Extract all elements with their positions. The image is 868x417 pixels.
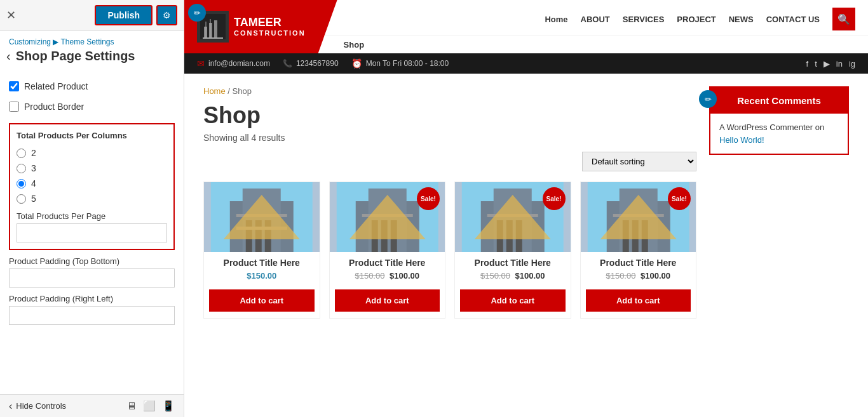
breadcrumb-customizing[interactable]: Customizing xyxy=(9,37,51,46)
padding-right-left-label: Product Padding (Right Left) xyxy=(9,294,175,303)
desktop-icon-button[interactable]: 🖥 xyxy=(126,400,137,412)
product-info: Product Title Here $150.00 $100.00 xyxy=(455,252,571,289)
column-2-radio[interactable] xyxy=(17,149,26,158)
facebook-icon[interactable]: f xyxy=(806,59,809,69)
add-to-cart-button[interactable]: Add to cart xyxy=(209,289,315,312)
email-text: info@domian.com xyxy=(208,59,270,68)
logo-text-block: TAMEER CONSTRUCTION xyxy=(234,17,306,37)
price-row: $150.00 $100.00 xyxy=(335,271,440,281)
close-button[interactable]: ✕ xyxy=(6,8,16,22)
twitter-icon[interactable]: t xyxy=(815,59,817,69)
related-product-label: Related Product xyxy=(24,81,88,91)
columns-section: Total Products Per Columns 2 3 4 5 Total… xyxy=(9,123,175,250)
padding-top-bottom-input[interactable]: 10 xyxy=(9,268,175,288)
price-original: $150.00 xyxy=(355,271,384,281)
nav-contact[interactable]: CONTACT US xyxy=(766,15,820,24)
product-card: Sale! Product Title Here $150.00 $100.00… xyxy=(329,182,446,319)
price-row: $150.00 $100.00 xyxy=(460,271,566,281)
bottom-bar: ‹ Hide Controls 🖥 ⬜ 📱 xyxy=(0,394,184,417)
mobile-icon-button[interactable]: 📱 xyxy=(162,400,175,412)
column-2-row: 2 xyxy=(17,145,167,161)
nav-news[interactable]: NEWS xyxy=(729,15,754,24)
product-card: Sale! Product Title Here $150.00 $100.00… xyxy=(580,182,697,319)
product-image: Sale! xyxy=(330,182,445,252)
shop-title: Shop xyxy=(203,102,696,129)
hide-controls[interactable]: ‹ Hide Controls xyxy=(9,400,66,412)
product-name: Product Title Here xyxy=(335,257,440,268)
edit-logo-icon[interactable]: ✏ xyxy=(188,4,206,22)
back-button[interactable]: ‹ xyxy=(6,49,11,63)
edit-sidebar-icon[interactable]: ✏ xyxy=(699,90,717,108)
breadcrumb-home-link[interactable]: Home xyxy=(203,86,226,96)
sort-select[interactable]: Default sorting Sort by popularity Sort … xyxy=(582,152,696,171)
right-panel: ✏ TAMEER CONSTRUCTION Home xyxy=(184,0,868,417)
column-3-label: 3 xyxy=(31,163,36,173)
product-card: Sale! Product Title Here $150.00 $100.00… xyxy=(454,182,571,319)
recent-comments-box: Recent Comments A WordPress Commenter on… xyxy=(709,86,849,155)
product-image: Sale! xyxy=(455,182,571,252)
add-to-cart-button[interactable]: Add to cart xyxy=(335,289,440,312)
price-sale: $100.00 xyxy=(641,271,670,281)
social-icons: f t ▶ in ig xyxy=(806,59,856,69)
product-border-row: Product Border xyxy=(9,96,175,117)
per-page-input[interactable]: 12 xyxy=(17,223,167,242)
publish-button[interactable]: Publish xyxy=(95,5,153,25)
product-image xyxy=(204,182,320,252)
comment-link[interactable]: Hello World! xyxy=(719,135,764,145)
column-4-radio[interactable] xyxy=(17,179,26,189)
phone-info: 📞 1234567890 xyxy=(283,59,339,68)
related-product-checkbox[interactable] xyxy=(9,81,19,91)
sale-badge: Sale! xyxy=(417,187,440,210)
column-5-row: 5 xyxy=(17,191,167,206)
column-3-row: 3 xyxy=(17,161,167,176)
logo-sub: CONSTRUCTION xyxy=(234,29,306,37)
column-5-radio[interactable] xyxy=(17,194,26,204)
nav-home[interactable]: Home xyxy=(545,15,567,24)
nav-about[interactable]: ABOUT xyxy=(581,15,610,24)
email-info: ✉ info@domian.com xyxy=(197,58,270,69)
main-nav: Home ABOUT SERVICES PROJECT NEWS CONTACT… xyxy=(318,0,868,36)
add-to-cart-button[interactable]: Add to cart xyxy=(460,289,566,312)
price-row: $150.00 xyxy=(209,271,315,281)
gear-button[interactable]: ⚙ xyxy=(156,5,177,25)
breadcrumb-sep: / xyxy=(226,86,233,96)
site-header: ✏ TAMEER CONSTRUCTION Home xyxy=(184,0,868,53)
sale-badge: Sale! xyxy=(543,187,566,210)
price-sale: $100.00 xyxy=(390,271,419,281)
shop-sidebar: ✏ Recent Comments A WordPress Commenter … xyxy=(709,86,849,319)
add-to-cart-button[interactable]: Add to cart xyxy=(586,289,691,312)
column-2-label: 2 xyxy=(31,148,36,158)
left-panel: ✕ Publish ⚙ Customizing ▶ Theme Settings… xyxy=(0,0,184,417)
column-3-radio[interactable] xyxy=(17,164,26,173)
nav-project[interactable]: PROJECT xyxy=(677,15,715,24)
breadcrumb: Customizing ▶ Theme Settings xyxy=(0,31,184,49)
phone-icon: 📞 xyxy=(283,59,292,68)
youtube-icon[interactable]: ▶ xyxy=(824,59,830,69)
product-border-label: Product Border xyxy=(24,102,84,112)
search-button[interactable]: 🔍 xyxy=(832,8,855,30)
hide-controls-label: Hide Controls xyxy=(16,401,66,411)
shop-controls: Default sorting Sort by popularity Sort … xyxy=(203,152,696,171)
product-border-checkbox[interactable] xyxy=(9,102,19,112)
instagram-icon[interactable]: ig xyxy=(849,59,855,69)
nav-services[interactable]: SERVICES xyxy=(623,15,665,24)
product-info: Product Title Here $150.00 xyxy=(204,252,320,289)
price-sale: $100.00 xyxy=(515,271,545,281)
padding-top-bottom-label: Product Padding (Top Bottom) xyxy=(9,256,175,266)
shop-breadcrumb: Home / Shop xyxy=(203,86,696,96)
sub-nav-shop[interactable]: Shop xyxy=(344,40,365,50)
padding-right-left-input[interactable]: 10 xyxy=(9,306,175,325)
product-name: Product Title Here xyxy=(586,257,691,268)
linkedin-icon[interactable]: in xyxy=(836,59,843,69)
publish-area: Publish ⚙ xyxy=(95,5,177,25)
related-product-row: Related Product xyxy=(9,76,175,96)
hide-controls-arrow: ‹ xyxy=(9,400,12,412)
tablet-icon-button[interactable]: ⬜ xyxy=(143,400,156,412)
product-info: Product Title Here $150.00 $100.00 xyxy=(330,252,445,289)
price-original: $150.00 xyxy=(480,271,510,281)
breadcrumb-theme-settings[interactable]: Theme Settings xyxy=(60,37,114,46)
shop-main: Home / Shop Shop Showing all 4 results D… xyxy=(203,86,696,319)
product-name: Product Title Here xyxy=(209,257,315,268)
column-4-label: 4 xyxy=(31,178,36,189)
page-title: Shop Page Settings xyxy=(16,49,135,63)
